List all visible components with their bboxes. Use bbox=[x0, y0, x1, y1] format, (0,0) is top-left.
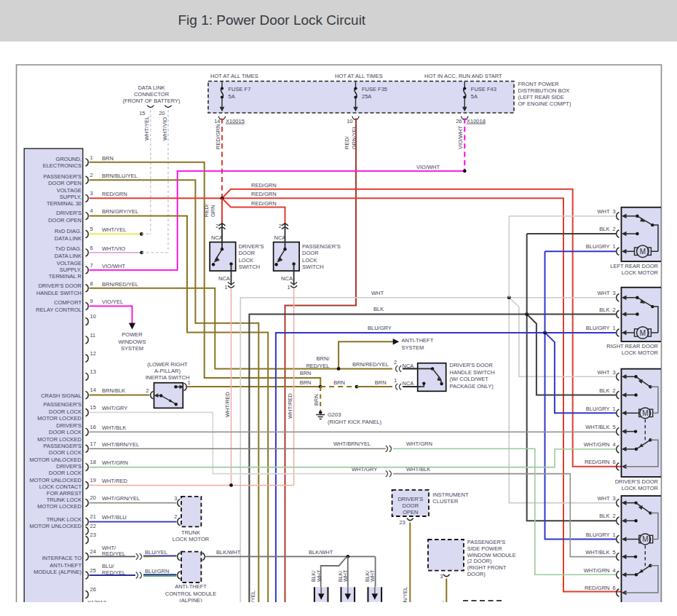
svg-text:PASSENGER'S: PASSENGER'S bbox=[467, 539, 506, 545]
svg-text:8: 8 bbox=[90, 280, 93, 287]
svg-text:7: 7 bbox=[90, 262, 93, 269]
svg-text:WINDOWS: WINDOWS bbox=[119, 339, 146, 345]
svg-text:RED/: RED/ bbox=[344, 135, 350, 149]
svg-text:BRN/BLU/YEL: BRN/BLU/YEL bbox=[102, 173, 138, 179]
svg-text:WHT/GRY: WHT/GRY bbox=[102, 405, 127, 411]
svg-text:WHT/BRN/YEL: WHT/BRN/YEL bbox=[333, 441, 371, 447]
svg-text:2: 2 bbox=[394, 359, 397, 366]
svg-text:(W/ COLD/WET: (W/ COLD/WET bbox=[450, 376, 489, 382]
svg-text:WHT/GRN/YEL: WHT/GRN/YEL bbox=[102, 495, 140, 502]
svg-text:LOCK: LOCK bbox=[302, 257, 317, 264]
svg-text:(LEFT REAR SIDE: (LEFT REAR SIDE bbox=[518, 94, 564, 100]
svg-text:25A: 25A bbox=[362, 93, 371, 100]
svg-text:2: 2 bbox=[613, 387, 616, 394]
svg-text:RED/GRN: RED/GRN bbox=[251, 182, 277, 189]
svg-text:10: 10 bbox=[347, 118, 352, 125]
svg-text:CONTROL MODULE: CONTROL MODULE bbox=[165, 591, 217, 597]
svg-text:VIO/WHT: VIO/WHT bbox=[457, 126, 464, 149]
svg-text:BLK/WHT: BLK/WHT bbox=[309, 549, 333, 556]
svg-text:WINDOW MODULE: WINDOW MODULE bbox=[467, 552, 516, 558]
svg-text:2: 2 bbox=[613, 513, 616, 519]
svg-text:SUPPLY,: SUPPLY, bbox=[60, 194, 82, 200]
svg-text:RED/YEL: RED/YEL bbox=[102, 550, 125, 557]
svg-text:BLK: BLK bbox=[599, 307, 609, 313]
svg-text:WHT/VIO: WHT/VIO bbox=[162, 117, 168, 141]
svg-text:11: 11 bbox=[90, 332, 96, 339]
svg-text:M: M bbox=[642, 409, 648, 417]
svg-text:5A: 5A bbox=[229, 93, 235, 100]
svg-text:DATA LINK: DATA LINK bbox=[55, 253, 82, 259]
svg-text:BRN: BRN bbox=[300, 379, 312, 386]
svg-text:BLU/GRN: BLU/GRN bbox=[145, 568, 169, 574]
svg-text:DRIVER'S: DRIVER'S bbox=[397, 496, 423, 502]
svg-text:2: 2 bbox=[174, 513, 177, 520]
svg-text:(2 DOOR): (2 DOOR) bbox=[467, 558, 492, 564]
svg-text:GRN: GRN bbox=[210, 205, 216, 217]
svg-text:DOOR LOCK: DOOR LOCK bbox=[49, 449, 82, 456]
svg-text:3: 3 bbox=[440, 573, 443, 580]
svg-text:MOTOR LOCKED: MOTOR LOCKED bbox=[37, 415, 82, 422]
svg-text:19: 19 bbox=[90, 477, 96, 483]
svg-text:22: 22 bbox=[90, 523, 96, 529]
svg-text:4: 4 bbox=[90, 208, 93, 214]
svg-text:TERMINAL 30: TERMINAL 30 bbox=[47, 200, 82, 207]
svg-text:INSTRUMENT: INSTRUMENT bbox=[432, 491, 469, 498]
svg-text:TRUNK LOCK: TRUNK LOCK bbox=[47, 516, 82, 523]
svg-text:1: 1 bbox=[287, 284, 290, 291]
svg-text:A-PILLAR): A-PILLAR) bbox=[154, 368, 181, 374]
svg-text:SUPPLY,: SUPPLY, bbox=[60, 266, 82, 273]
svg-text:FRONT POWER: FRONT POWER bbox=[518, 81, 560, 87]
svg-text:RED/GRN: RED/GRN bbox=[215, 124, 221, 149]
svg-text:14: 14 bbox=[214, 118, 220, 125]
svg-text:2: 2 bbox=[90, 172, 93, 178]
svg-text:MOTOR UNLOCKED: MOTOR UNLOCKED bbox=[29, 523, 82, 529]
svg-text:OF ENGINE COMPT): OF ENGINE COMPT) bbox=[518, 100, 571, 107]
svg-text:BRN: BRN bbox=[375, 379, 387, 386]
svg-text:1: 1 bbox=[613, 243, 616, 250]
svg-text:FUSE F7: FUSE F7 bbox=[229, 86, 251, 92]
svg-text:DRIVER'S: DRIVER'S bbox=[56, 210, 82, 216]
svg-text:WHT: WHT bbox=[597, 495, 609, 502]
svg-text:9: 9 bbox=[90, 298, 93, 304]
svg-text:24: 24 bbox=[90, 548, 96, 555]
svg-text:WHT: WHT bbox=[342, 569, 349, 582]
svg-text:MOTOR LOCKED: MOTOR LOCKED bbox=[37, 436, 82, 443]
svg-text:DRIVER'S: DRIVER'S bbox=[56, 463, 82, 470]
svg-text:DOOR LOCK: DOOR LOCK bbox=[49, 470, 82, 476]
svg-text:2: 2 bbox=[146, 387, 149, 394]
svg-text:13: 13 bbox=[90, 368, 96, 375]
svg-text:VOLTAGE: VOLTAGE bbox=[57, 260, 82, 266]
svg-text:PACKAGE ONLY): PACKAGE ONLY) bbox=[450, 383, 494, 390]
svg-text:TERMINAL R: TERMINAL R bbox=[49, 273, 82, 280]
svg-text:5: 5 bbox=[613, 424, 616, 430]
svg-text:MODULE (ALPINE): MODULE (ALPINE) bbox=[33, 569, 82, 575]
svg-text:WHT/BLK: WHT/BLK bbox=[585, 424, 609, 430]
svg-text:COMFORT: COMFORT bbox=[54, 299, 82, 306]
svg-text:BLK: BLK bbox=[599, 387, 609, 394]
svg-text:1: 1 bbox=[613, 325, 616, 331]
svg-text:WHT/GRN: WHT/GRN bbox=[584, 441, 610, 448]
svg-text:BRN: BRN bbox=[313, 394, 320, 406]
svg-text:DISTRIBUTION BOX: DISTRIBUTION BOX bbox=[518, 87, 570, 94]
svg-text:DRIVER'S DOOR: DRIVER'S DOOR bbox=[450, 362, 494, 368]
svg-text:OPEN: OPEN bbox=[403, 509, 418, 516]
svg-text:2: 2 bbox=[613, 226, 616, 232]
svg-text:RELAY CONTROL: RELAY CONTROL bbox=[36, 307, 82, 313]
svg-text:DOOR): DOOR) bbox=[467, 571, 486, 577]
svg-text:NCA: NCA bbox=[403, 363, 414, 369]
svg-text:RED/: RED/ bbox=[203, 203, 210, 217]
svg-text:(RIGHT FRONT: (RIGHT FRONT bbox=[467, 564, 507, 571]
svg-text:FUSE F43: FUSE F43 bbox=[471, 86, 496, 92]
svg-text:1: 1 bbox=[613, 406, 616, 412]
svg-text:1: 1 bbox=[188, 379, 191, 386]
svg-text:BLU/GRY: BLU/GRY bbox=[586, 243, 610, 250]
svg-text:BLK: BLK bbox=[599, 226, 609, 232]
svg-text:INERTIA SWITCH: INERTIA SWITCH bbox=[146, 374, 190, 381]
svg-text:WHT/YEL: WHT/YEL bbox=[102, 226, 126, 233]
svg-text:15: 15 bbox=[139, 110, 145, 117]
svg-text:LOCK CONTACT: LOCK CONTACT bbox=[39, 483, 82, 490]
svg-text:PASSENGER'S: PASSENGER'S bbox=[43, 443, 82, 449]
svg-text:WHT/RED: WHT/RED bbox=[224, 391, 231, 417]
svg-text:RED/GRN: RED/GRN bbox=[585, 459, 610, 465]
svg-text:DOOR LOCK: DOOR LOCK bbox=[49, 408, 82, 415]
